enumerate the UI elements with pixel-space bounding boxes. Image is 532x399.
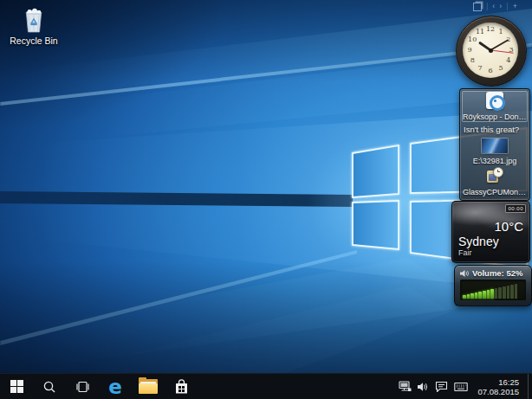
- tray-time: 16:25: [477, 377, 519, 387]
- system-tray: 16:25 07.08.2015: [393, 374, 528, 399]
- volume-bar: [498, 287, 502, 299]
- tray-date: 07.08.2015: [477, 387, 519, 396]
- weather-city: Sydney: [458, 235, 499, 248]
- gadget-prev-icon[interactable]: ‹: [492, 2, 495, 10]
- taskbar-clock[interactable]: 16:25 07.08.2015: [474, 377, 522, 396]
- recycle-bin-icon[interactable]: Recycle Bin: [7, 7, 61, 46]
- desktop-wallpaper: [0, 0, 532, 373]
- volume-label: Volume: 52%: [472, 268, 522, 278]
- volume-header: Volume: 52%: [455, 266, 531, 279]
- toolbar-divider: |: [486, 2, 488, 10]
- volume-bar: [483, 291, 486, 299]
- action-center-icon[interactable]: [435, 381, 448, 392]
- windows-start-icon: [10, 380, 23, 393]
- stack-item-music[interactable]: Röyksopp - Don't...: [462, 91, 528, 122]
- toolbar-divider: |: [506, 2, 508, 10]
- gadget-add-icon[interactable]: +: [513, 2, 517, 10]
- volume-bar: [507, 286, 510, 299]
- file-explorer-icon: [139, 379, 158, 394]
- folder-front: [139, 383, 158, 394]
- volume-bar: [487, 290, 490, 299]
- task-view-icon: [75, 381, 90, 393]
- clock-numeral: 2: [503, 35, 514, 45]
- task-view-button[interactable]: [66, 374, 99, 399]
- volume-bar: [470, 293, 474, 299]
- stack-item-label: E:\32981.jpg: [463, 157, 527, 165]
- volume-bar: [478, 292, 482, 299]
- store-icon: [174, 379, 189, 395]
- file-explorer-button[interactable]: [132, 374, 165, 399]
- search-button[interactable]: [33, 374, 66, 399]
- weather-gadget[interactable]: 00:00 10°C Sydney Fair: [451, 201, 530, 263]
- edge-icon: e: [108, 377, 122, 396]
- image-thumbnail: [482, 138, 508, 153]
- gadget-toolbar: | ‹ › | +: [473, 1, 517, 11]
- gadget-gallery-icon[interactable]: [473, 3, 482, 11]
- speaker-icon: [460, 269, 470, 278]
- volume-bar: [515, 284, 518, 299]
- recycle-bin-glyph: [21, 7, 47, 35]
- note-text: Isn't this great?: [463, 123, 527, 137]
- volume-bar: [475, 293, 478, 299]
- search-icon: [42, 380, 56, 394]
- recycle-bin-label: Recycle Bin: [7, 35, 61, 46]
- clock-numeral: 5: [496, 63, 506, 74]
- clock-numeral: 9: [464, 45, 475, 55]
- taskbar: e: [0, 373, 532, 399]
- windows-desktop: Recycle Bin | ‹ › | + 121234567891011 Rö…: [0, 0, 532, 399]
- weather-mini-clock-badge: 00:00: [505, 204, 526, 213]
- cpu-monitor-icon: [486, 167, 503, 184]
- stack-gadget: Röyksopp - Don't... Isn't this great? E:…: [459, 88, 530, 201]
- music-app-icon: [486, 92, 503, 109]
- clock-numeral: 3: [506, 45, 516, 55]
- volume-bars: [460, 280, 526, 300]
- clock-gadget[interactable]: 121234567891011: [456, 16, 527, 87]
- stack-item-cpu-monitor[interactable]: GlassyCPUMonitor...: [462, 166, 528, 197]
- wallpaper-vignette: [0, 0, 532, 373]
- volume-bar: [463, 295, 466, 299]
- volume-gadget[interactable]: Volume: 52%: [454, 265, 532, 306]
- edge-browser-button[interactable]: e: [99, 374, 132, 399]
- network-icon[interactable]: [399, 381, 412, 392]
- touch-keyboard-icon[interactable]: [454, 382, 468, 392]
- volume-bar: [490, 289, 494, 299]
- stack-item-label: Röyksopp - Don't...: [463, 113, 527, 121]
- clock-numeral: 6: [485, 66, 496, 76]
- clock-numeral: 8: [467, 55, 477, 66]
- weather-condition: Fair: [458, 248, 472, 257]
- cpu-monitor-icon-clock: [493, 167, 503, 177]
- clock-numeral: 12: [485, 24, 496, 35]
- clock-numeral: 11: [475, 27, 485, 37]
- volume-bar: [495, 288, 498, 299]
- start-button[interactable]: [0, 374, 33, 399]
- clock-face: 121234567891011: [463, 23, 518, 78]
- stack-item-note[interactable]: Isn't this great?: [462, 122, 528, 138]
- stack-item-label: GlassyCPUMonitor...: [463, 188, 527, 196]
- taskbar-empty-area[interactable]: [198, 374, 393, 399]
- store-button[interactable]: [165, 374, 198, 399]
- show-desktop-button[interactable]: [528, 374, 532, 399]
- weather-temperature: 10°C: [494, 219, 523, 234]
- stack-item-image[interactable]: E:\32981.jpg: [462, 138, 528, 166]
- volume-bar: [467, 294, 470, 299]
- volume-bar: [510, 285, 514, 299]
- clock-center-cap: [489, 48, 493, 53]
- volume-tray-icon[interactable]: [418, 382, 429, 392]
- gadget-next-icon[interactable]: ›: [499, 2, 502, 10]
- volume-bar: [503, 286, 506, 299]
